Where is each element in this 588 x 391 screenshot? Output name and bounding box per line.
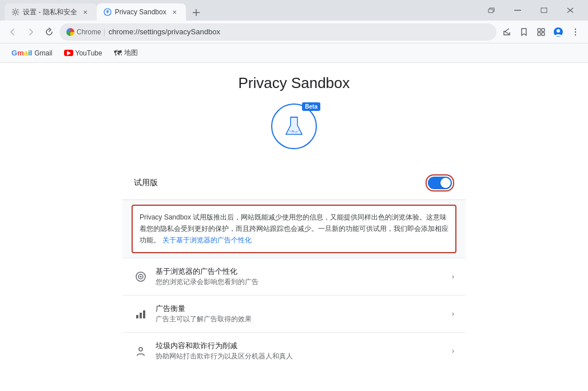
new-tab-button[interactable] [188,5,204,21]
svg-rect-25 [143,310,145,318]
maximize-button[interactable] [531,2,557,19]
bookmark-youtube[interactable]: YouTube [59,47,107,59]
toggle-container [426,174,454,191]
ad-measurement-title: 广告衡量 [156,304,444,314]
svg-rect-24 [140,313,142,318]
spam-reduction-chevron: › [452,347,454,355]
window-controls [478,2,583,19]
bookmark-button[interactable] [516,24,532,40]
svg-rect-9 [542,29,545,31]
extension-button[interactable] [533,24,549,40]
maps-icon: 🗺 [114,49,122,58]
svg-point-13 [557,29,560,33]
svg-point-15 [575,31,576,32]
youtube-icon [64,50,73,56]
description-link[interactable]: 关于基于浏览器的广告个性化 [162,236,252,244]
tab-bar: 设置 - 隐私和安全 ✕ Privacy Sandbox ✕ [5,0,474,21]
svg-point-17 [292,130,294,132]
menu-item-ad-measurement[interactable]: 广告衡量 广告主可以了解广告取得的效果 › [122,295,466,332]
icon-area: Beta [271,103,317,149]
svg-rect-11 [542,33,545,35]
ad-measurement-subtitle: 广告主可以了解广告取得的效果 [156,314,444,324]
page-content: Privacy Sandbox Beta 试用版 Pr [0,63,588,391]
ad-measurement-chevron: › [452,310,454,318]
privacy-sandbox-tab-close[interactable]: ✕ [170,7,179,17]
tab-privacy-sandbox[interactable]: Privacy Sandbox ✕ [97,3,186,21]
beaker-svg-icon [281,114,307,139]
chrome-circle-icon [66,28,74,36]
svg-point-22 [140,276,142,277]
address-text: chrome://settings/privacySandbox [109,27,490,36]
svg-point-16 [575,34,576,35]
settings-tab-title: 设置 - 隐私和安全 [23,7,77,17]
svg-rect-10 [538,33,541,35]
ad-measurement-icon [134,307,148,321]
address-separator: | [104,28,105,36]
maps-label: 地图 [124,48,138,58]
privacy-sandbox-favicon [104,8,112,16]
description-box: Privacy Sandbox 试用版推出后，网站既能减少使用您的信息，又能提供… [132,205,456,253]
ad-personalization-title: 基于浏览器的广告个性化 [156,266,444,277]
ad-personalization-text: 基于浏览器的广告个性化 您的浏览记录会影响您看到的广告 [156,266,444,287]
gmail-label: Gmail [34,49,52,57]
address-bar[interactable]: Chrome | chrome://settings/privacySandbo… [59,23,496,41]
svg-rect-23 [136,315,138,318]
spam-reduction-icon [134,344,148,358]
svg-rect-5 [541,8,547,13]
svg-point-0 [14,11,17,14]
nav-bar: Chrome | chrome://settings/privacySandbo… [0,21,588,43]
minimize-button[interactable] [504,2,531,19]
trial-row: 试用版 [122,166,466,200]
page-title: Privacy Sandbox [238,74,349,92]
beaker-icon-container: Beta [271,103,317,149]
spam-reduction-title: 垃圾内容和欺诈行为削减 [156,341,444,351]
youtube-label: YouTube [76,49,102,57]
svg-rect-8 [538,29,541,31]
svg-point-26 [139,348,142,351]
settings-card: 试用版 Privacy Sandbox 试用版推出后，网站既能减少使用您的信息，… [122,166,466,369]
restore-button[interactable] [478,2,504,19]
tab-settings[interactable]: 设置 - 隐私和安全 ✕ [5,3,97,21]
nav-actions [499,24,583,40]
youtube-play-icon [67,51,71,55]
ad-personalization-subtitle: 您的浏览记录会影响您看到的广告 [156,277,444,287]
settings-tab-close[interactable]: ✕ [81,7,90,17]
back-button[interactable] [5,24,21,40]
chrome-label: Chrome [77,28,101,36]
ad-measurement-text: 广告衡量 广告主可以了解广告取得的效果 [156,304,444,324]
trial-label: 试用版 [134,178,426,188]
chrome-badge: Chrome | [66,28,105,36]
menu-item-spam-reduction[interactable]: 垃圾内容和欺诈行为削减 协助网站打击欺诈行为以及区分机器人和真人 › [122,332,466,369]
svg-point-14 [575,28,576,29]
forward-button[interactable] [23,24,39,40]
privacy-sandbox-tab-title: Privacy Sandbox [115,8,166,16]
ad-personalization-icon [134,270,148,284]
settings-favicon [11,8,19,16]
gmail-icon: Gmail [11,49,32,57]
menu-item-ad-personalization[interactable]: 基于浏览器的广告个性化 您的浏览记录会影响您看到的广告 › [122,258,466,295]
bookmark-maps[interactable]: 🗺 地图 [109,46,142,60]
bookmarks-bar: Gmail Gmail YouTube 🗺 地图 [0,43,588,63]
svg-point-18 [296,131,297,133]
close-button[interactable] [557,2,583,19]
ad-personalization-chevron: › [452,273,454,281]
spam-reduction-text: 垃圾内容和欺诈行为削减 协助网站打击欺诈行为以及区分机器人和真人 [156,341,444,361]
share-button[interactable] [499,24,515,40]
toggle-knob [440,178,451,188]
trial-toggle[interactable] [428,177,452,189]
bookmark-gmail[interactable]: Gmail Gmail [7,46,57,59]
reload-button[interactable] [41,24,57,40]
spam-reduction-subtitle: 协助网站打击欺诈行为以及区分机器人和真人 [156,352,444,361]
menu-button[interactable] [567,24,583,40]
beta-badge: Beta [302,102,320,111]
profile-button[interactable] [550,24,566,40]
title-bar: 设置 - 隐私和安全 ✕ Privacy Sandbox ✕ [0,0,588,21]
